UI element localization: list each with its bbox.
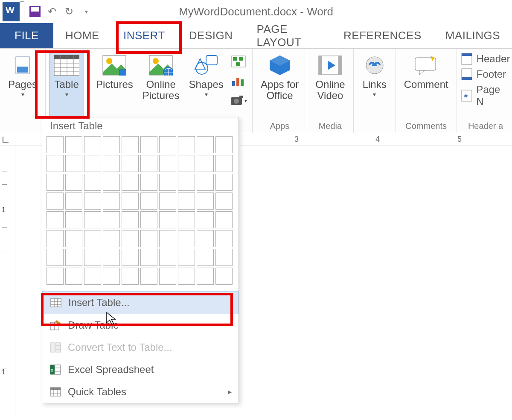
grid-cell[interactable]	[122, 230, 139, 247]
grid-cell[interactable]	[140, 230, 157, 247]
undo-button[interactable]: ↶	[44, 3, 61, 20]
menu-excel-spreadsheet[interactable]: x Excel Spreadsheet	[42, 359, 239, 381]
grid-cell[interactable]	[103, 155, 120, 172]
smartart-button[interactable]	[230, 53, 247, 70]
grid-cell[interactable]	[140, 268, 157, 285]
grid-cell[interactable]	[84, 268, 101, 285]
grid-cell[interactable]	[140, 211, 157, 228]
grid-cell[interactable]	[65, 192, 82, 210]
tab-references[interactable]: REFERENCES	[332, 23, 433, 48]
grid-cell[interactable]	[140, 192, 157, 210]
grid-cell[interactable]	[159, 268, 176, 285]
grid-cell[interactable]	[178, 249, 195, 266]
grid-cell[interactable]	[159, 249, 176, 266]
grid-cell[interactable]	[122, 268, 139, 285]
screenshot-button[interactable]: ▾	[230, 92, 247, 109]
grid-cell[interactable]	[215, 155, 233, 172]
grid-cell[interactable]	[103, 230, 120, 247]
grid-cell[interactable]	[215, 192, 233, 210]
grid-cell[interactable]	[178, 155, 195, 172]
grid-cell[interactable]	[65, 211, 82, 228]
footer-button[interactable]: Footer	[461, 68, 510, 80]
vertical-ruler[interactable]: 1 1	[0, 146, 15, 419]
grid-cell[interactable]	[84, 230, 101, 247]
links-button[interactable]: Links ▾	[357, 50, 392, 132]
grid-cell[interactable]	[159, 230, 176, 247]
grid-cell[interactable]	[122, 192, 139, 210]
grid-cell[interactable]	[47, 230, 64, 247]
grid-cell[interactable]	[103, 249, 120, 266]
grid-cell[interactable]	[65, 230, 82, 247]
grid-cell[interactable]	[197, 174, 214, 191]
grid-cell[interactable]	[84, 211, 101, 228]
tab-home[interactable]: HOME	[53, 23, 111, 48]
redo-button[interactable]: ↻	[61, 3, 78, 20]
grid-cell[interactable]	[197, 249, 214, 266]
grid-cell[interactable]	[103, 136, 120, 153]
grid-cell[interactable]	[215, 211, 233, 228]
grid-cell[interactable]	[197, 268, 214, 285]
grid-cell[interactable]	[197, 136, 214, 153]
grid-cell[interactable]	[103, 192, 120, 210]
grid-cell[interactable]	[197, 230, 214, 247]
qat-customize-button[interactable]: ▾	[78, 3, 95, 20]
grid-cell[interactable]	[159, 174, 176, 191]
tab-page-layout[interactable]: PAGE LAYOUT	[244, 23, 332, 48]
grid-cell[interactable]	[47, 192, 64, 210]
grid-cell[interactable]	[159, 211, 176, 228]
grid-cell[interactable]	[178, 192, 195, 210]
grid-cell[interactable]	[122, 136, 139, 153]
grid-cell[interactable]	[178, 136, 195, 153]
tab-mailings[interactable]: MAILINGS	[433, 23, 512, 48]
grid-cell[interactable]	[65, 155, 82, 172]
page-number-button[interactable]: # Page N	[461, 84, 510, 108]
grid-cell[interactable]	[178, 230, 195, 247]
grid-cell[interactable]	[159, 155, 176, 172]
grid-cell[interactable]	[84, 155, 101, 172]
save-button[interactable]	[26, 3, 44, 20]
grid-cell[interactable]	[84, 192, 101, 210]
grid-cell[interactable]	[65, 136, 82, 153]
grid-cell[interactable]	[47, 211, 64, 228]
grid-cell[interactable]	[47, 155, 64, 172]
grid-cell[interactable]	[215, 268, 233, 285]
grid-cell[interactable]	[65, 249, 82, 266]
header-button[interactable]: Header	[461, 53, 510, 65]
tab-design[interactable]: DESIGN	[177, 23, 245, 48]
grid-cell[interactable]	[178, 174, 195, 191]
tab-file[interactable]: FILE	[0, 23, 53, 48]
grid-cell[interactable]	[122, 249, 139, 266]
grid-cell[interactable]	[122, 174, 139, 191]
grid-cell[interactable]	[159, 192, 176, 210]
grid-cell[interactable]	[103, 211, 120, 228]
grid-cell[interactable]	[215, 136, 233, 153]
grid-cell[interactable]	[215, 230, 233, 247]
menu-quick-tables[interactable]: Quick Tables ▸	[42, 381, 239, 403]
grid-cell[interactable]	[65, 174, 82, 191]
grid-cell[interactable]	[140, 136, 157, 153]
online-video-button[interactable]: Online Video	[311, 50, 349, 121]
grid-cell[interactable]	[197, 155, 214, 172]
grid-cell[interactable]	[47, 268, 64, 285]
grid-cell[interactable]	[215, 174, 233, 191]
grid-cell[interactable]	[178, 211, 195, 228]
grid-cell[interactable]	[84, 174, 101, 191]
grid-cell[interactable]	[140, 249, 157, 266]
grid-cell[interactable]	[197, 192, 214, 210]
apps-for-office-button[interactable]: Apps for Office	[256, 50, 303, 121]
grid-cell[interactable]	[159, 136, 176, 153]
grid-cell[interactable]	[215, 249, 233, 266]
comment-button[interactable]: Comment	[399, 50, 453, 121]
grid-cell[interactable]	[103, 174, 120, 191]
grid-cell[interactable]	[84, 136, 101, 153]
table-size-grid[interactable]	[42, 136, 239, 289]
grid-cell[interactable]	[65, 268, 82, 285]
grid-cell[interactable]	[122, 211, 139, 228]
grid-cell[interactable]	[178, 268, 195, 285]
grid-cell[interactable]	[140, 155, 157, 172]
grid-cell[interactable]	[47, 174, 64, 191]
grid-cell[interactable]	[103, 268, 120, 285]
grid-cell[interactable]	[140, 174, 157, 191]
grid-cell[interactable]	[47, 136, 64, 153]
chart-button[interactable]	[230, 73, 247, 90]
